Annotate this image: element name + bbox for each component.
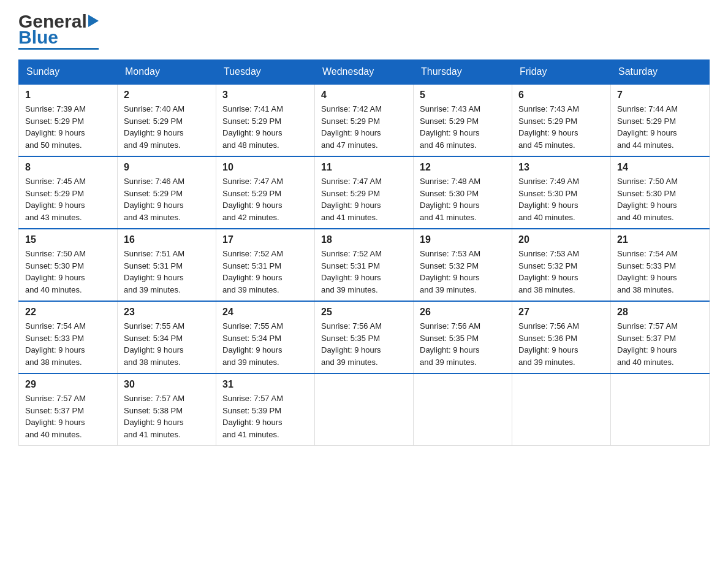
day-info: Sunrise: 7:56 AMSunset: 5:35 PMDaylight:… — [321, 320, 407, 368]
day-info: Sunrise: 7:45 AMSunset: 5:29 PMDaylight:… — [25, 175, 111, 223]
calendar-week-row: 8 Sunrise: 7:45 AMSunset: 5:29 PMDayligh… — [19, 156, 710, 229]
day-info: Sunrise: 7:57 AMSunset: 5:39 PMDaylight:… — [222, 393, 308, 440]
day-number: 18 — [321, 234, 407, 245]
calendar-week-row: 29 Sunrise: 7:57 AMSunset: 5:37 PMDaylig… — [19, 373, 710, 446]
calendar-cell: 31 Sunrise: 7:57 AMSunset: 5:39 PMDaylig… — [216, 373, 315, 446]
day-info: Sunrise: 7:54 AMSunset: 5:33 PMDaylight:… — [25, 320, 111, 368]
day-info: Sunrise: 7:49 AMSunset: 5:30 PMDaylight:… — [518, 175, 604, 223]
calendar-cell: 23 Sunrise: 7:55 AMSunset: 5:34 PMDaylig… — [118, 301, 216, 373]
calendar-week-row: 15 Sunrise: 7:50 AMSunset: 5:30 PMDaylig… — [19, 229, 710, 301]
calendar-week-row: 1 Sunrise: 7:39 AMSunset: 5:29 PMDayligh… — [19, 84, 710, 156]
calendar-cell: 16 Sunrise: 7:51 AMSunset: 5:31 PMDaylig… — [118, 229, 216, 301]
day-info: Sunrise: 7:53 AMSunset: 5:32 PMDaylight:… — [420, 248, 506, 296]
day-info: Sunrise: 7:52 AMSunset: 5:31 PMDaylight:… — [321, 248, 407, 296]
day-info: Sunrise: 7:43 AMSunset: 5:29 PMDaylight:… — [420, 103, 506, 151]
day-number: 3 — [222, 90, 308, 101]
calendar-cell: 14 Sunrise: 7:50 AMSunset: 5:30 PMDaylig… — [611, 156, 710, 229]
calendar-day-header: Tuesday — [216, 60, 315, 85]
day-number: 17 — [222, 234, 308, 245]
calendar-cell: 18 Sunrise: 7:52 AMSunset: 5:31 PMDaylig… — [315, 229, 414, 301]
day-number: 24 — [222, 307, 308, 318]
calendar-cell: 4 Sunrise: 7:42 AMSunset: 5:29 PMDayligh… — [315, 84, 414, 156]
calendar-cell: 8 Sunrise: 7:45 AMSunset: 5:29 PMDayligh… — [19, 156, 118, 229]
day-info: Sunrise: 7:55 AMSunset: 5:34 PMDaylight:… — [222, 320, 308, 368]
calendar-cell: 15 Sunrise: 7:50 AMSunset: 5:30 PMDaylig… — [19, 229, 118, 301]
day-info: Sunrise: 7:57 AMSunset: 5:37 PMDaylight:… — [25, 393, 111, 440]
calendar-cell: 29 Sunrise: 7:57 AMSunset: 5:37 PMDaylig… — [19, 373, 118, 446]
day-number: 25 — [321, 307, 407, 318]
day-number: 23 — [124, 307, 210, 318]
calendar-day-header: Thursday — [414, 60, 512, 85]
calendar-day-header: Saturday — [611, 60, 710, 85]
day-number: 26 — [420, 307, 506, 318]
logo-bottom-row: Blue — [18, 28, 99, 47]
day-info: Sunrise: 7:40 AMSunset: 5:29 PMDaylight:… — [124, 103, 210, 151]
day-number: 10 — [222, 162, 308, 173]
day-number: 22 — [25, 307, 111, 318]
logo-arrow-icon — [88, 15, 99, 27]
day-info: Sunrise: 7:44 AMSunset: 5:29 PMDaylight:… — [617, 103, 703, 151]
day-info: Sunrise: 7:42 AMSunset: 5:29 PMDaylight:… — [321, 103, 407, 151]
calendar-cell: 6 Sunrise: 7:43 AMSunset: 5:29 PMDayligh… — [512, 84, 611, 156]
day-info: Sunrise: 7:54 AMSunset: 5:33 PMDaylight:… — [617, 248, 703, 296]
day-number: 12 — [420, 162, 506, 173]
day-number: 29 — [25, 379, 111, 390]
day-number: 16 — [124, 234, 210, 245]
day-number: 15 — [25, 234, 111, 245]
calendar-cell: 7 Sunrise: 7:44 AMSunset: 5:29 PMDayligh… — [611, 84, 710, 156]
day-info: Sunrise: 7:41 AMSunset: 5:29 PMDaylight:… — [222, 103, 308, 151]
day-info: Sunrise: 7:55 AMSunset: 5:34 PMDaylight:… — [124, 320, 210, 368]
day-info: Sunrise: 7:56 AMSunset: 5:36 PMDaylight:… — [518, 320, 604, 368]
calendar-cell: 5 Sunrise: 7:43 AMSunset: 5:29 PMDayligh… — [414, 84, 512, 156]
calendar-cell: 9 Sunrise: 7:46 AMSunset: 5:29 PMDayligh… — [118, 156, 216, 229]
calendar-cell: 1 Sunrise: 7:39 AMSunset: 5:29 PMDayligh… — [19, 84, 118, 156]
day-info: Sunrise: 7:51 AMSunset: 5:31 PMDaylight:… — [124, 248, 210, 296]
day-info: Sunrise: 7:48 AMSunset: 5:30 PMDaylight:… — [420, 175, 506, 223]
calendar-cell: 10 Sunrise: 7:47 AMSunset: 5:29 PMDaylig… — [216, 156, 315, 229]
day-number: 1 — [25, 90, 111, 101]
calendar-day-header: Friday — [512, 60, 611, 85]
day-number: 20 — [518, 234, 604, 245]
day-info: Sunrise: 7:57 AMSunset: 5:38 PMDaylight:… — [124, 393, 210, 440]
day-info: Sunrise: 7:50 AMSunset: 5:30 PMDaylight:… — [617, 175, 703, 223]
calendar-cell: 20 Sunrise: 7:53 AMSunset: 5:32 PMDaylig… — [512, 229, 611, 301]
day-number: 8 — [25, 162, 111, 173]
logo: General Blue — [18, 12, 99, 50]
day-number: 9 — [124, 162, 210, 173]
calendar-header-row: SundayMondayTuesdayWednesdayThursdayFrid… — [19, 60, 710, 85]
calendar-cell: 17 Sunrise: 7:52 AMSunset: 5:31 PMDaylig… — [216, 229, 315, 301]
page-header: General Blue — [18, 12, 710, 50]
day-info: Sunrise: 7:43 AMSunset: 5:29 PMDaylight:… — [518, 103, 604, 151]
calendar-cell — [512, 373, 611, 446]
calendar-table: SundayMondayTuesdayWednesdayThursdayFrid… — [18, 59, 710, 446]
calendar-cell: 12 Sunrise: 7:48 AMSunset: 5:30 PMDaylig… — [414, 156, 512, 229]
calendar-cell: 2 Sunrise: 7:40 AMSunset: 5:29 PMDayligh… — [118, 84, 216, 156]
calendar-cell: 3 Sunrise: 7:41 AMSunset: 5:29 PMDayligh… — [216, 84, 315, 156]
logo-underline — [18, 48, 99, 50]
day-number: 27 — [518, 307, 604, 318]
calendar-day-header: Wednesday — [315, 60, 414, 85]
day-info: Sunrise: 7:50 AMSunset: 5:30 PMDaylight:… — [25, 248, 111, 296]
calendar-cell: 11 Sunrise: 7:47 AMSunset: 5:29 PMDaylig… — [315, 156, 414, 229]
day-number: 5 — [420, 90, 506, 101]
day-number: 2 — [124, 90, 210, 101]
calendar-day-header: Monday — [118, 60, 216, 85]
calendar-cell: 22 Sunrise: 7:54 AMSunset: 5:33 PMDaylig… — [19, 301, 118, 373]
calendar-week-row: 22 Sunrise: 7:54 AMSunset: 5:33 PMDaylig… — [19, 301, 710, 373]
day-number: 7 — [617, 90, 703, 101]
calendar-cell: 25 Sunrise: 7:56 AMSunset: 5:35 PMDaylig… — [315, 301, 414, 373]
day-number: 4 — [321, 90, 407, 101]
calendar-cell: 30 Sunrise: 7:57 AMSunset: 5:38 PMDaylig… — [118, 373, 216, 446]
day-info: Sunrise: 7:47 AMSunset: 5:29 PMDaylight:… — [321, 175, 407, 223]
day-info: Sunrise: 7:56 AMSunset: 5:35 PMDaylight:… — [420, 320, 506, 368]
calendar-cell: 26 Sunrise: 7:56 AMSunset: 5:35 PMDaylig… — [414, 301, 512, 373]
day-info: Sunrise: 7:53 AMSunset: 5:32 PMDaylight:… — [518, 248, 604, 296]
calendar-cell: 24 Sunrise: 7:55 AMSunset: 5:34 PMDaylig… — [216, 301, 315, 373]
day-number: 28 — [617, 307, 703, 318]
logo-blue-text: Blue — [18, 28, 58, 47]
day-number: 21 — [617, 234, 703, 245]
day-number: 11 — [321, 162, 407, 173]
calendar-cell: 21 Sunrise: 7:54 AMSunset: 5:33 PMDaylig… — [611, 229, 710, 301]
day-info: Sunrise: 7:46 AMSunset: 5:29 PMDaylight:… — [124, 175, 210, 223]
day-number: 31 — [222, 379, 308, 390]
